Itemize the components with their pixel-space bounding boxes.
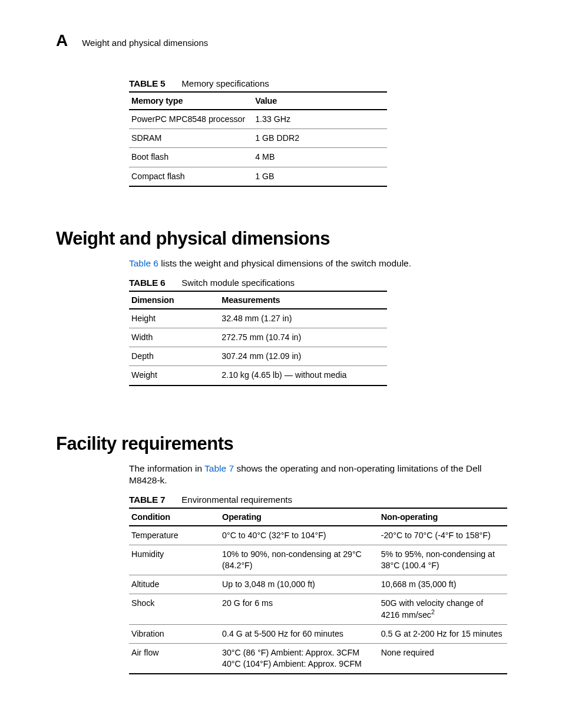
cell: None required — [379, 644, 507, 674]
table-row: Shock20 G for 6 ms50G with velocity chan… — [129, 594, 507, 624]
table5-caption-text: Memory specifications — [181, 78, 269, 88]
intro-text: lists the weight and physical dimensions… — [158, 258, 411, 268]
cell: 307.24 mm (12.09 in) — [219, 347, 387, 366]
cell: -20°C to 70°C (-4°F to 158°F) — [379, 526, 507, 545]
table6-caption-text: Switch module specifications — [181, 278, 295, 288]
table7-header-2: Non-operating — [379, 508, 507, 526]
table-row: Vibration0.4 G at 5-500 Hz for 60 minute… — [129, 624, 507, 643]
cell: 0°C to 40°C (32°F to 104°F) — [220, 526, 379, 545]
table7-caption: TABLE 7 Environmental requirements — [129, 495, 507, 505]
table-row: Weight2.10 kg (4.65 lb) — without media — [129, 366, 387, 386]
table7: Condition Operating Non-operating Temper… — [129, 508, 507, 675]
cell: 5% to 95%, non-condensing at 38°C (100.4… — [379, 545, 507, 575]
appendix-letter: A — [56, 32, 68, 49]
cell: Up to 3,048 m (10,000 ft) — [220, 575, 379, 594]
cell: 10% to 90%, non-condensing at 29°C (84.2… — [220, 545, 379, 575]
table5-header-0: Memory type — [129, 92, 253, 110]
cell: 1 GB — [253, 167, 387, 186]
cell: Boot flash — [129, 148, 253, 167]
cell: Width — [129, 328, 219, 347]
cell: 1 GB DDR2 — [253, 129, 387, 148]
link-table6[interactable]: Table 6 — [129, 258, 158, 268]
cell: 30°C (86 °F) Ambient: Approx. 3CFM40°C (… — [220, 644, 379, 674]
section-heading-facility: Facility requirements — [56, 433, 515, 454]
table-row: AltitudeUp to 3,048 m (10,000 ft)10,668 … — [129, 575, 507, 594]
page-header-text: Weight and physical dimensions — [82, 38, 208, 49]
section-facility-intro: The information in Table 7 shows the ope… — [129, 463, 515, 486]
cell: 20 G for 6 ms — [220, 594, 379, 624]
table6-caption: TABLE 6 Switch module specifications — [129, 278, 387, 288]
cell: Weight — [129, 366, 219, 386]
page-header: A Weight and physical dimensions — [56, 32, 515, 49]
table6-label: TABLE 6 — [129, 278, 165, 288]
table7-label: TABLE 7 — [129, 495, 165, 505]
table7-header-0: Condition — [129, 508, 220, 526]
table-row: Air flow30°C (86 °F) Ambient: Approx. 3C… — [129, 644, 507, 674]
cell: Height — [129, 309, 219, 328]
cell: Shock — [129, 594, 220, 624]
table7-caption-text: Environmental requirements — [181, 495, 292, 505]
table-row: Width272.75 mm (10.74 in) — [129, 328, 387, 347]
table5-header-1: Value — [253, 92, 387, 110]
table-row: Depth307.24 mm (12.09 in) — [129, 347, 387, 366]
section-weight-intro: Table 6 lists the weight and physical di… — [129, 258, 515, 269]
table5-label: TABLE 5 — [129, 78, 165, 89]
cell: SDRAM — [129, 129, 253, 148]
table6: Dimension Measurements Height32.48 mm (1… — [129, 291, 387, 386]
cell: 272.75 mm (10.74 in) — [219, 328, 387, 347]
intro-pre: The information in — [129, 463, 204, 473]
cell: 4 MB — [253, 148, 387, 167]
cell: 2.10 kg (4.65 lb) — without media — [219, 366, 387, 386]
cell: Altitude — [129, 575, 220, 594]
table-row: SDRAM1 GB DDR2 — [129, 129, 387, 148]
cell: Air flow — [129, 644, 220, 674]
table5: Memory type Value PowerPC MPC8548 proces… — [129, 91, 387, 187]
cell: 1.33 GHz — [253, 110, 387, 129]
cell: 0.4 G at 5-500 Hz for 60 minutes — [220, 624, 379, 643]
table-row: Compact flash1 GB — [129, 167, 387, 186]
cell: 0.5 G at 2-200 Hz for 15 minutes — [379, 624, 507, 643]
cell: Compact flash — [129, 167, 253, 186]
cell: 10,668 m (35,000 ft) — [379, 575, 507, 594]
table-row: Temperature0°C to 40°C (32°F to 104°F)-2… — [129, 526, 507, 545]
cell: PowerPC MPC8548 processor — [129, 110, 253, 129]
table-row: Height32.48 mm (1.27 in) — [129, 309, 387, 328]
section-heading-weight: Weight and physical dimensions — [56, 228, 515, 249]
table-row: Humidity10% to 90%, non-condensing at 29… — [129, 545, 507, 575]
cell: Temperature — [129, 526, 220, 545]
cell: Vibration — [129, 624, 220, 643]
table-row: PowerPC MPC8548 processor1.33 GHz — [129, 110, 387, 129]
table6-header-0: Dimension — [129, 291, 219, 309]
table7-header-1: Operating — [220, 508, 379, 526]
table-row: Boot flash4 MB — [129, 148, 387, 167]
cell: Depth — [129, 347, 219, 366]
table5-caption: TABLE 5 Memory specifications — [129, 78, 387, 89]
cell: Humidity — [129, 545, 220, 575]
table6-header-1: Measurements — [219, 291, 387, 309]
link-table7[interactable]: Table 7 — [204, 463, 234, 473]
cell: 32.48 mm (1.27 in) — [219, 309, 387, 328]
cell: 50G with velocity change of 4216 mm/sec2 — [379, 594, 507, 624]
